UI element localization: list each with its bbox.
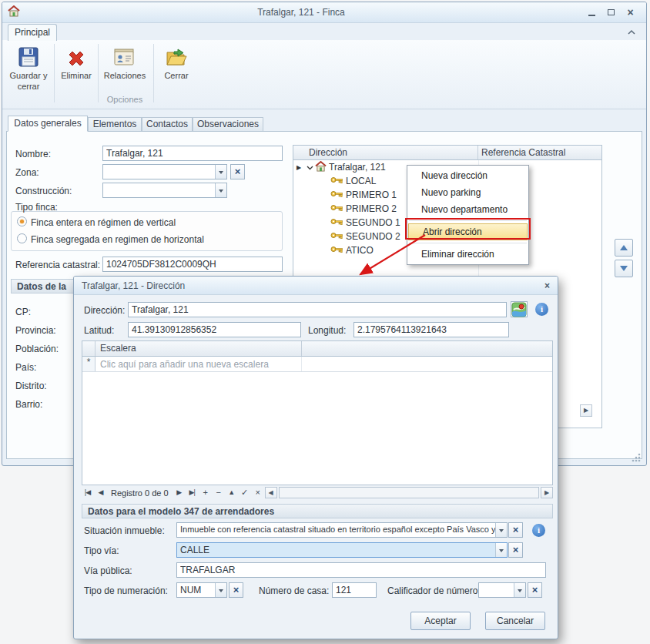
- key-icon: [330, 176, 346, 186]
- dropdown-arrow-icon[interactable]: [215, 183, 226, 197]
- construccion-combo[interactable]: [102, 183, 227, 198]
- cp-label: CP:: [15, 307, 31, 317]
- latitud-input[interactable]: [128, 322, 301, 337]
- column-escalera[interactable]: Escalera: [95, 341, 302, 356]
- key-icon: [330, 231, 346, 242]
- calificador-combo[interactable]: [478, 582, 526, 598]
- nav-delete-button[interactable]: −: [213, 487, 224, 498]
- column-direccion[interactable]: Dirección: [293, 146, 478, 159]
- key-icon: [330, 245, 346, 256]
- ribbon-collapse-button[interactable]: [624, 27, 639, 38]
- hscroll-right-button[interactable]: ▶: [541, 487, 553, 498]
- nav-prev-button[interactable]: ◀: [95, 487, 106, 498]
- dropdown-arrow-icon[interactable]: [495, 523, 507, 537]
- expander-icon[interactable]: [304, 162, 315, 173]
- situacion-combo[interactable]: Inmueble con referencia catastral situad…: [176, 522, 508, 538]
- ribbon-group-label: Opciones: [98, 95, 152, 104]
- tipo-via-clear-button[interactable]: ×: [508, 542, 523, 558]
- nombre-input[interactable]: [102, 146, 283, 161]
- new-row-marker: *: [82, 357, 95, 371]
- nav-confirm-button[interactable]: ✓: [239, 487, 250, 498]
- info-icon[interactable]: i: [535, 303, 548, 316]
- dropdown-arrow-icon[interactable]: [514, 583, 525, 597]
- resize-grip[interactable]: [632, 453, 641, 465]
- key-icon: [330, 203, 346, 214]
- radio-vertical-label[interactable]: Finca entera en régimen de vertical: [31, 217, 176, 228]
- menu-item-nuevo-parking[interactable]: Nuevo parking: [407, 184, 528, 201]
- delete-button[interactable]: Eliminar: [57, 42, 95, 106]
- info-icon[interactable]: i: [532, 524, 545, 537]
- latitud-label: Latitud:: [84, 325, 114, 336]
- arrow-up-icon: [620, 241, 628, 250]
- tipo-numeracion-clear-button[interactable]: ×: [229, 582, 243, 598]
- nav-add-button[interactable]: +: [199, 487, 211, 498]
- dropdown-arrow-icon[interactable]: [215, 583, 226, 597]
- zona-clear-button[interactable]: ×: [230, 164, 245, 179]
- accept-button[interactable]: Aceptar: [410, 612, 471, 630]
- referencia-input[interactable]: [102, 257, 283, 272]
- arrow-down-icon: [620, 266, 628, 275]
- menu-separator: [409, 243, 527, 243]
- chevron-up-icon: [627, 29, 636, 35]
- via-publica-label: Vía pública:: [84, 565, 132, 576]
- tab-elementos[interactable]: Elementos: [88, 117, 142, 132]
- nav-cancel-button[interactable]: ×: [252, 487, 263, 498]
- row-indicator-icon: ▶: [293, 164, 304, 171]
- radio-horizontal-label[interactable]: Finca segregada en regimen de horizontal: [31, 234, 204, 245]
- close-button[interactable]: ×: [621, 6, 640, 19]
- calificador-clear-button[interactable]: ×: [528, 582, 542, 598]
- tab-observaciones[interactable]: Observaciones: [193, 117, 263, 132]
- radio-finca-horizontal[interactable]: [17, 233, 27, 243]
- situacion-clear-button[interactable]: ×: [508, 522, 523, 538]
- tree-root-label: Trafalgar, 121: [329, 162, 386, 173]
- nav-next-button[interactable]: ▶: [173, 487, 185, 498]
- nav-edit-button[interactable]: ▲: [226, 487, 237, 498]
- key-icon: [330, 217, 346, 228]
- new-row[interactable]: * Clic aquí para añadir una nueva escale…: [82, 357, 552, 372]
- move-up-button[interactable]: [615, 239, 633, 257]
- tab-contactos[interactable]: Contactos: [142, 117, 193, 132]
- new-row-placeholder: Clic aquí para añadir una nueva escalera: [95, 357, 302, 371]
- relations-icon: [101, 42, 149, 69]
- via-publica-input[interactable]: [176, 562, 546, 578]
- direccion-label: Dirección:: [84, 305, 125, 316]
- longitud-label: Longitud:: [308, 325, 346, 336]
- situacion-label: Situación inmueble:: [84, 525, 165, 536]
- annotation-highlight-rect: [405, 218, 531, 240]
- calificador-label: Calificador de número:: [387, 585, 481, 596]
- dropdown-arrow-icon[interactable]: [215, 165, 226, 179]
- tab-datos-generales[interactable]: Datos generales: [8, 116, 88, 132]
- column-referencia-catastral[interactable]: Referencia Catastral: [478, 146, 601, 159]
- minimize-button[interactable]: [582, 6, 601, 19]
- hscroll-track[interactable]: [279, 487, 539, 498]
- tipo-via-combo[interactable]: CALLE: [176, 542, 508, 558]
- maps-button[interactable]: [511, 301, 528, 317]
- longitud-input[interactable]: [353, 322, 509, 337]
- zona-combo[interactable]: [102, 164, 227, 179]
- scroll-right-button[interactable]: ▶: [580, 404, 592, 417]
- save-close-button[interactable]: Guardar y cerrar: [6, 42, 51, 106]
- hscroll-left-button[interactable]: ◀: [265, 487, 277, 498]
- menu-item-nueva-direccion[interactable]: Nueva dirección: [407, 167, 528, 184]
- menu-item-eliminar-direccion[interactable]: Eliminar dirección: [407, 246, 528, 263]
- tipo-via-label: Tipo vía:: [84, 545, 119, 556]
- close-finca-button[interactable]: Cerrar: [156, 42, 196, 106]
- radio-finca-vertical[interactable]: [17, 216, 27, 226]
- nav-last-button[interactable]: ▶|: [186, 487, 198, 498]
- tipo-numeracion-combo[interactable]: NUM: [176, 582, 227, 598]
- ribbon-tab-principal[interactable]: Principal: [8, 24, 57, 41]
- menu-item-nuevo-departamento[interactable]: Nuevo departamento: [407, 201, 528, 218]
- dropdown-arrow-icon[interactable]: [495, 543, 507, 557]
- screen: Trafalgar, 121 - Finca × Principal Guard…: [0, 0, 650, 644]
- dialog-close-button[interactable]: ×: [544, 280, 550, 291]
- direccion-input[interactable]: [128, 302, 507, 317]
- restore-button[interactable]: [601, 6, 621, 19]
- key-icon: [330, 190, 346, 200]
- nav-first-button[interactable]: |◀: [82, 487, 93, 498]
- cancel-button[interactable]: Cancelar: [485, 612, 545, 630]
- context-menu: Nueva dirección Nuevo parking Nuevo depa…: [407, 165, 529, 265]
- zona-label: Zona:: [15, 167, 39, 178]
- numero-casa-input[interactable]: [332, 582, 377, 598]
- move-down-button[interactable]: [615, 260, 633, 277]
- ribbon-separator: [98, 44, 99, 102]
